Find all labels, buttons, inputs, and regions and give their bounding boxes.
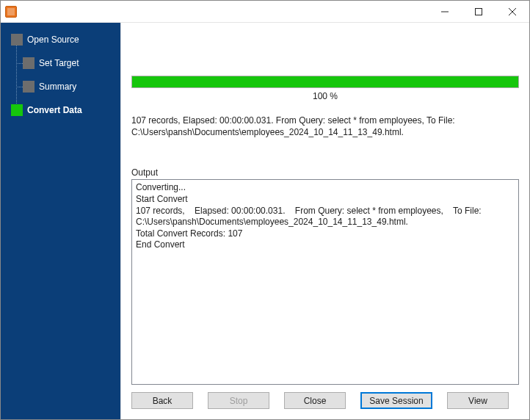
- progress-percent-label: 100 %: [131, 91, 519, 101]
- sidebar-item-open-source[interactable]: Open Source: [1, 32, 120, 48]
- maximize-button[interactable]: [462, 1, 495, 22]
- close-button[interactable]: Close: [284, 392, 346, 409]
- sidebar-item-summary[interactable]: Summary: [1, 79, 120, 95]
- tree-connector-horizontal: [16, 63, 23, 64]
- sidebar-item-label: Open Source: [27, 35, 79, 45]
- output-textarea[interactable]: Converting... Start Convert 107 records,…: [131, 179, 519, 385]
- step-box-icon: [11, 34, 23, 46]
- minimize-button[interactable]: [428, 1, 462, 22]
- step-box-icon: [23, 57, 35, 69]
- step-box-icon: [23, 81, 35, 93]
- save-session-button[interactable]: Save Session: [360, 392, 432, 409]
- sidebar-item-convert-data[interactable]: Convert Data: [1, 102, 120, 118]
- output-label: Output: [131, 167, 519, 178]
- sidebar-item-set-target[interactable]: Set Target: [1, 55, 120, 71]
- svg-rect-1: [476, 8, 482, 15]
- sidebar-item-label: Convert Data: [27, 105, 82, 115]
- body: Open Source Set Target Summary Convert D…: [1, 23, 529, 419]
- back-button[interactable]: Back: [131, 392, 193, 409]
- main-panel: 100 % 107 records, Elapsed: 00:00:00.031…: [120, 23, 529, 419]
- titlebar-left: [1, 6, 21, 18]
- titlebar: [1, 1, 529, 23]
- button-row: Back Stop Close Save Session View: [131, 385, 519, 412]
- sidebar-item-label: Set Target: [39, 58, 79, 68]
- progress-area: 100 %: [131, 76, 519, 101]
- status-text: 107 records, Elapsed: 00:00:00.031. From…: [131, 115, 519, 138]
- close-window-button[interactable]: [495, 1, 529, 22]
- tree-connector-horizontal: [16, 87, 23, 87]
- sidebar: Open Source Set Target Summary Convert D…: [1, 23, 120, 419]
- progress-bar: [131, 76, 519, 88]
- app-icon: [5, 6, 17, 18]
- app-window: Open Source Set Target Summary Convert D…: [0, 0, 530, 420]
- sidebar-item-label: Summary: [39, 82, 76, 92]
- stop-button: Stop: [208, 392, 269, 409]
- step-box-icon: [11, 104, 23, 116]
- view-button[interactable]: View: [447, 392, 509, 409]
- window-controls: [428, 1, 529, 22]
